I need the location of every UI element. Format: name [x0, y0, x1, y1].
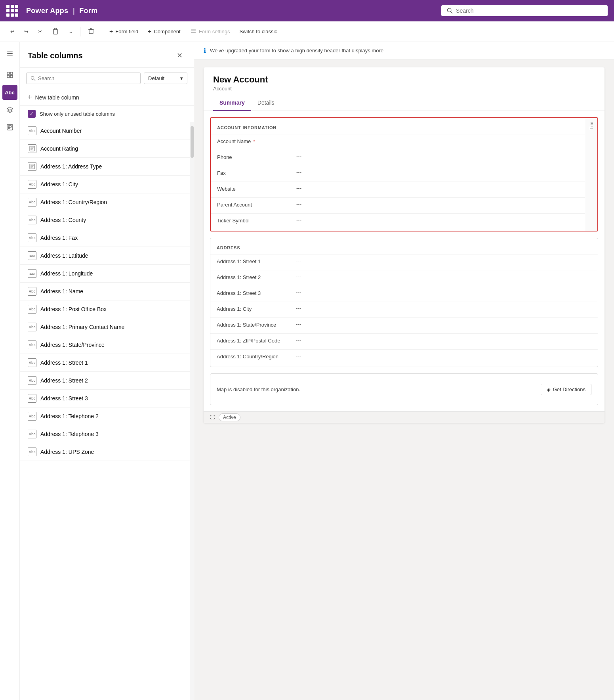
sidebar-icon-layers[interactable]: [2, 102, 17, 117]
column-type-icon: Abc: [28, 305, 36, 314]
form-field-row[interactable]: Address 1: ZIP/Postal Code---: [210, 333, 598, 349]
column-name-label: Address 1: Latitude: [40, 252, 88, 259]
form-field-row[interactable]: Account Name *---: [211, 134, 585, 150]
column-type-icon: Abc: [28, 448, 36, 456]
page-name: Form: [79, 7, 97, 15]
plus-icon-2: +: [148, 28, 151, 35]
address-section-label: ADDRESS: [210, 243, 598, 254]
form-field-row[interactable]: Address 1: Country/Region---: [210, 349, 598, 365]
sidebar-icon-dashboard[interactable]: [2, 67, 17, 82]
undo-icon: ↩: [10, 29, 15, 34]
sidebar-icon-table-columns[interactable]: Abc: [2, 85, 17, 100]
svg-rect-14: [10, 72, 13, 75]
svg-rect-21: [8, 127, 10, 129]
panel-scrollbar[interactable]: [190, 122, 194, 700]
sidebar-icon-components[interactable]: [2, 120, 17, 135]
form-field-row[interactable]: Ticker Symbol---: [211, 213, 585, 229]
panel-close-button[interactable]: ✕: [173, 49, 186, 62]
column-name-label: Address 1: Country/Region: [40, 199, 107, 205]
navbar-search-input[interactable]: [456, 8, 602, 14]
form-field-button[interactable]: + Form field: [105, 26, 142, 38]
column-list-item[interactable]: 123Address 1: Longitude: [20, 265, 190, 283]
panel-search-input[interactable]: [38, 75, 136, 81]
get-directions-label: Get Directions: [553, 386, 585, 392]
redo-button[interactable]: ↪: [20, 26, 32, 37]
column-list-item[interactable]: AbcAddress 1: Street 3: [20, 390, 190, 407]
column-type-icon: Abc: [28, 358, 36, 367]
svg-rect-6: [90, 28, 92, 29]
column-list-item[interactable]: AbcAddress 1: City: [20, 176, 190, 193]
svg-rect-3: [54, 28, 57, 30]
column-name-label: Address 1: Fax: [40, 235, 78, 241]
svg-rect-9: [191, 32, 196, 33]
tab-summary[interactable]: Summary: [213, 96, 251, 111]
expand-icon[interactable]: ⛶: [210, 415, 215, 420]
field-value: ---: [296, 353, 591, 359]
column-list-item[interactable]: AbcAddress 1: Telephone 3: [20, 425, 190, 443]
new-column-plus-icon: +: [28, 93, 32, 101]
column-list-item[interactable]: Address 1: Address Type: [20, 158, 190, 176]
delete-button[interactable]: [84, 25, 99, 38]
form-field-row[interactable]: Phone---: [211, 150, 585, 166]
column-list-item[interactable]: AbcAddress 1: State/Province: [20, 336, 190, 354]
side-tab-label: Tim: [589, 121, 594, 130]
form-field-row[interactable]: Address 1: State/Province---: [210, 317, 598, 333]
column-list-item[interactable]: AbcAddress 1: Post Office Box: [20, 300, 190, 318]
form-field-row[interactable]: Address 1: Street 2---: [210, 270, 598, 286]
panel-dropdown[interactable]: Default ▾: [144, 73, 187, 84]
address-section: ADDRESS Address 1: Street 1---Address 1:…: [210, 238, 598, 367]
map-disabled-text: Map is disabled for this organization.: [217, 386, 300, 392]
column-list-item[interactable]: AbcAddress 1: Country/Region: [20, 193, 190, 211]
required-indicator: *: [252, 138, 255, 144]
column-list-item[interactable]: AbcAddress 1: Telephone 2: [20, 407, 190, 425]
form-title: New Account: [213, 75, 595, 85]
cut-button[interactable]: ✂: [34, 26, 46, 37]
field-value: ---: [296, 273, 591, 279]
form-field-row[interactable]: Address 1: Street 1---: [210, 254, 598, 270]
undo-button[interactable]: ↩: [6, 26, 19, 37]
column-list-item[interactable]: Account Rating: [20, 140, 190, 158]
field-value: ---: [296, 289, 591, 295]
panel-search-box[interactable]: [26, 73, 141, 84]
form-field-row[interactable]: Fax---: [211, 166, 585, 182]
field-label: Fax: [217, 169, 296, 176]
show-unused-checkbox-row[interactable]: ✓ Show only unused table columns: [20, 106, 194, 122]
form-field-row[interactable]: Address 1: City---: [210, 302, 598, 317]
column-list-item[interactable]: AbcAddress 1: UPS Zone: [20, 443, 190, 461]
column-list-item[interactable]: 123Address 1: Latitude: [20, 247, 190, 265]
column-list-item[interactable]: AbcAddress 1: Name: [20, 283, 190, 300]
dropdown-label: Default: [148, 75, 164, 81]
form-field-row[interactable]: Website---: [211, 182, 585, 197]
paste-button[interactable]: [48, 25, 63, 38]
column-list-item[interactable]: AbcAddress 1: Street 1: [20, 354, 190, 372]
column-type-icon: Abc: [28, 287, 36, 296]
component-button[interactable]: + Component: [144, 26, 185, 38]
column-type-icon: Abc: [28, 198, 36, 207]
column-list-item[interactable]: AbcAddress 1: Primary Contact Name: [20, 318, 190, 336]
form-field-row[interactable]: Parent Account---: [211, 197, 585, 213]
section-side-tab: Tim: [585, 118, 597, 231]
column-list-item[interactable]: AbcAddress 1: Fax: [20, 229, 190, 247]
form-tabs: Summary Details: [204, 96, 604, 111]
svg-line-1: [451, 11, 452, 13]
new-column-row[interactable]: + New table column: [20, 89, 194, 106]
dropdown-button[interactable]: ⌄: [65, 26, 77, 37]
global-search-box[interactable]: [441, 5, 608, 16]
dropdown-chevron-icon: ▾: [180, 75, 183, 81]
get-directions-button[interactable]: ◈ Get Directions: [541, 384, 591, 395]
column-list-item[interactable]: AbcAccount Number: [20, 122, 190, 140]
sidebar-icon-hamburger[interactable]: [2, 46, 17, 61]
form-settings-button[interactable]: Form settings: [186, 25, 234, 38]
column-type-icon: Abc: [28, 430, 36, 438]
field-value: ---: [296, 217, 578, 223]
nav-sep: |: [73, 7, 75, 15]
app-grid-icon[interactable]: [6, 5, 18, 17]
field-value: ---: [296, 337, 591, 343]
column-list-item[interactable]: AbcAddress 1: Street 2: [20, 372, 190, 390]
field-value: ---: [296, 258, 591, 264]
column-list-item[interactable]: AbcAddress 1: County: [20, 211, 190, 229]
svg-line-23: [34, 79, 35, 80]
tab-details[interactable]: Details: [251, 96, 281, 111]
switch-classic-button[interactable]: Switch to classic: [235, 26, 281, 37]
form-field-row[interactable]: Address 1: Street 3---: [210, 286, 598, 302]
